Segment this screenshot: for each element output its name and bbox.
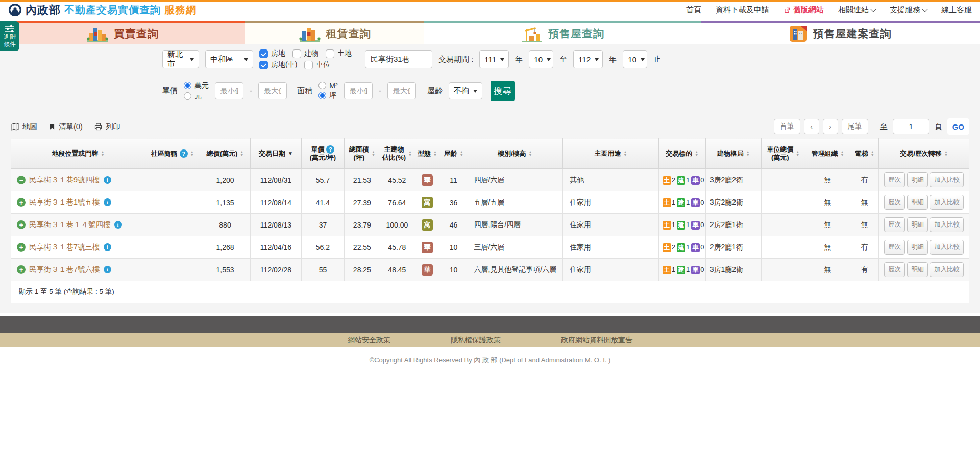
column-header-age[interactable]: 屋齡▲▼ [440,138,467,169]
radio-unselected[interactable] [318,82,326,89]
column-header-layout[interactable]: 建物格局▲▼ [705,138,761,169]
column-header-area[interactable]: 總面積(坪)▲▼ [345,138,380,169]
address-link[interactable]: 民享街３１巷１４號四樓 [29,220,111,230]
nav-item-downloads[interactable]: 資料下載及申請 [716,5,769,15]
compare-button[interactable]: 加入比較 [930,172,964,187]
property-checkbox-2[interactable]: 土地 [326,49,352,58]
column-header-community[interactable]: 社區簡稱?▲▼ [145,138,200,169]
history-button[interactable]: 歷次 [884,217,905,232]
nav-item-related-links[interactable]: 相關連結 [838,5,875,15]
compare-button[interactable]: 加入比較 [930,217,964,232]
nav-item-support-services[interactable]: 支援服務 [890,5,927,15]
nav-item-online-service[interactable]: 線上客服 [941,5,972,15]
area-radio-1[interactable]: 坪 [318,91,337,101]
column-header-unit-price[interactable]: 單價?(萬元/坪) [301,138,344,169]
expand-row-icon[interactable]: + [17,265,26,274]
checkbox-checked[interactable] [259,61,268,69]
radio-unselected[interactable] [184,92,191,100]
area-radio-0[interactable]: M² [318,82,337,90]
checkbox-unchecked[interactable] [304,61,313,69]
info-icon[interactable]: i [104,266,111,273]
unit-radio-1[interactable]: 元 [184,92,209,101]
checkbox-checked[interactable] [259,49,268,58]
month-from-select[interactable]: 10 [529,50,553,68]
expand-row-icon[interactable]: + [17,220,26,229]
address-link[interactable]: 民享街３１巷9號四樓 [29,175,100,185]
footer-link-0[interactable]: 網站安全政策 [348,336,390,345]
column-header-targets[interactable]: 交易標的▲▼ [658,138,705,169]
column-header-parking-price[interactable]: 車位總價(萬元)▲▼ [761,138,805,169]
info-icon[interactable]: i [104,176,111,184]
tab-sale-query[interactable]: 買賣查詢 [0,21,245,44]
detail-button[interactable]: 明細 [907,262,928,277]
compare-button[interactable]: 加入比較 [930,195,964,210]
month-to-select[interactable]: 10 [623,50,647,68]
property-checkbox-1[interactable]: 建物 [292,49,318,58]
compare-button[interactable]: 加入比較 [930,240,964,255]
history-button[interactable]: 歷次 [884,240,905,255]
tab-presale-project-query[interactable]: 預售屋建案查詢 [701,21,980,44]
year-to-select[interactable]: 112 [573,50,603,68]
checkbox-unchecked[interactable] [326,49,334,58]
history-button[interactable]: 歷次 [884,172,905,187]
history-button[interactable]: 歷次 [884,262,905,277]
age-select[interactable]: 不拘 [449,82,482,99]
history-button[interactable]: 歷次 [884,195,905,210]
unit-price-max-input[interactable] [258,82,287,99]
print-button[interactable]: 列印 [94,122,120,132]
column-header-main-ratio[interactable]: 主建物佔比(%)▲▼ [380,138,414,169]
unit-price-min-input[interactable] [215,82,243,99]
help-icon[interactable]: ? [326,145,334,154]
keyword-input[interactable] [365,50,432,68]
detail-button[interactable]: 明細 [907,195,928,210]
property-checkbox-0[interactable]: 房地(車) [259,60,297,69]
saved-list-button[interactable]: 清單(0) [48,122,83,132]
search-button[interactable]: 搜尋 [491,81,515,101]
compare-button[interactable]: 加入比較 [930,262,964,277]
help-icon[interactable]: ? [180,149,188,158]
advanced-conditions-button[interactable]: 進階 條件 [0,21,19,51]
area-min-input[interactable] [344,82,373,99]
address-link[interactable]: 民享街３１巷7號三樓 [29,242,100,252]
nav-item-home[interactable]: 首頁 [686,5,701,15]
column-header-actions[interactable]: 交易/歷次轉移▲▼ [879,138,969,169]
column-header-elevator[interactable]: 電梯▲▼ [850,138,879,169]
address-link[interactable]: 民享街３１巷1號五樓 [29,197,100,207]
property-checkbox-0[interactable]: 房地 [259,49,285,58]
expand-row-icon[interactable]: + [17,243,26,252]
area-max-input[interactable] [387,82,416,99]
property-checkbox-1[interactable]: 車位 [304,60,330,69]
last-page-button[interactable]: 尾筆 [842,119,868,134]
unit-radio-0[interactable]: 萬元 [184,81,209,90]
column-header-management[interactable]: 管理組織▲▼ [805,138,850,169]
info-icon[interactable]: i [104,198,111,206]
footer-link-2[interactable]: 政府網站資料開放宣告 [561,336,632,345]
prev-page-button[interactable]: ‹ [804,119,819,134]
column-header-usage[interactable]: 主要用途▲▼ [563,138,659,169]
info-icon[interactable]: i [114,221,122,229]
tab-rent-query[interactable]: 租賃查詢 [245,21,424,44]
column-header-floor[interactable]: 樓別/樓高▲▼ [467,138,563,169]
next-page-button[interactable]: › [823,119,838,134]
detail-button[interactable]: 明細 [907,240,928,255]
district-select[interactable]: 中和區 [205,50,253,68]
nav-item-legacy-site[interactable]: 舊版網站 [783,5,824,15]
collapse-row-icon[interactable]: − [17,176,26,184]
column-header-address[interactable]: 地段位置或門牌▲▼ [11,138,145,169]
site-logo[interactable]: 內政部 不動產交易實價查詢 服務網 [8,3,197,18]
radio-selected[interactable] [318,92,326,99]
radio-selected[interactable] [184,82,191,89]
first-page-button[interactable]: 首筆 [774,119,800,134]
detail-button[interactable]: 明細 [907,172,928,187]
column-header-date[interactable]: 交易日期▼ [251,138,301,169]
city-select[interactable]: 新北市 [162,50,199,68]
expand-row-icon[interactable]: + [17,198,26,207]
column-header-type[interactable]: 型態▲▼ [414,138,440,169]
page-number-input[interactable] [893,119,929,134]
address-link[interactable]: 民享街３１巷7號六樓 [29,265,100,274]
tab-presale-query[interactable]: 預售屋查詢 [424,21,700,44]
footer-link-1[interactable]: 隱私權保護政策 [451,336,501,345]
checkbox-unchecked[interactable] [292,49,301,58]
map-view-button[interactable]: 地圖 [11,122,37,132]
column-header-total-price[interactable]: 總價(萬元)▲▼ [200,138,250,169]
